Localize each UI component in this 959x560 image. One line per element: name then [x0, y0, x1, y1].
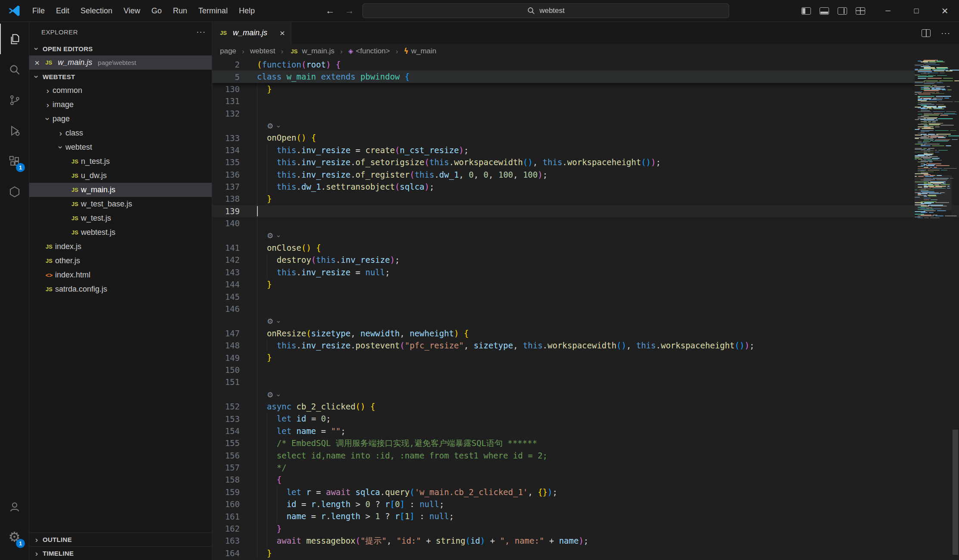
line-number[interactable]: 149: [212, 353, 257, 363]
forward-icon[interactable]: →: [343, 6, 356, 16]
menu-selection[interactable]: Selection: [75, 3, 118, 18]
menu-help[interactable]: Help: [233, 3, 260, 18]
code-line[interactable]: 138 }: [212, 193, 959, 205]
line-number[interactable]: 139: [212, 206, 257, 216]
toggle-secondary-sidebar-icon[interactable]: [838, 7, 847, 15]
code-line[interactable]: 159 let r = await sqlca.query('w_main.cb…: [212, 486, 959, 498]
breadcrumb-item[interactable]: ϟw_main: [404, 47, 436, 55]
line-number[interactable]: 157: [212, 463, 257, 472]
line-number[interactable]: 156: [212, 451, 257, 460]
back-icon[interactable]: ←: [324, 6, 336, 16]
line-number[interactable]: 133: [212, 133, 257, 143]
code-line[interactable]: 151: [212, 376, 959, 388]
vertical-scrollbar[interactable]: [952, 58, 959, 560]
code-line[interactable]: 152 async cb_2_clicked() {: [212, 400, 959, 412]
code-line[interactable]: 163 await messagebox("提示", "id:" + strin…: [212, 535, 959, 547]
tree-item-n-test-js[interactable]: JSn_test.js: [29, 154, 212, 169]
chevron-down-icon[interactable]: ›: [272, 393, 284, 397]
menu-file[interactable]: File: [27, 3, 50, 18]
split-editor-icon[interactable]: [922, 29, 931, 37]
tab-w-main-js[interactable]: JS w_main.js ×: [212, 22, 291, 44]
code-line[interactable]: 162 }: [212, 523, 959, 535]
code-decoration-row[interactable]: ⚙›: [212, 120, 959, 132]
vscode-logo-icon[interactable]: [8, 4, 21, 17]
code-line[interactable]: 142 destroy(this.inv_resize);: [212, 254, 959, 266]
run-debug-icon[interactable]: [0, 115, 29, 146]
line-number[interactable]: 138: [212, 194, 257, 203]
line-number[interactable]: 162: [212, 524, 257, 533]
menu-terminal[interactable]: Terminal: [193, 3, 233, 18]
toggle-panel-icon[interactable]: [820, 7, 829, 15]
code-line[interactable]: 144 }: [212, 278, 959, 290]
custom-extension-icon[interactable]: [0, 176, 29, 207]
breadcrumb-item[interactable]: page: [220, 47, 236, 55]
menu-view[interactable]: View: [118, 3, 146, 18]
code-line[interactable]: 161 name = r.length > 1 ? r[1] : null;: [212, 510, 959, 522]
code-line[interactable]: 5class w_main extends pbwindow {: [212, 71, 915, 83]
line-number[interactable]: 152: [212, 402, 257, 411]
outline-header[interactable]: › OUTLINE: [29, 532, 212, 546]
search-view-icon[interactable]: [0, 54, 29, 85]
code-line[interactable]: 158 {: [212, 474, 959, 486]
more-actions-icon[interactable]: ···: [196, 27, 206, 37]
tree-item-webtest-js[interactable]: JSwebtest.js: [29, 225, 212, 240]
editor-content[interactable]: 2(function(root) {5class w_main extends …: [212, 58, 959, 560]
chevron-down-icon[interactable]: ›: [272, 320, 284, 324]
line-number[interactable]: 131: [212, 96, 257, 106]
menu-edit[interactable]: Edit: [50, 3, 75, 18]
tree-item-page[interactable]: ›page: [29, 112, 212, 126]
tree-item-other-js[interactable]: JSother.js: [29, 254, 212, 268]
line-number[interactable]: 141: [212, 243, 257, 252]
line-number[interactable]: 144: [212, 280, 257, 289]
code-line[interactable]: 130 }: [212, 83, 959, 95]
code-line[interactable]: 147 onResize(sizetype, newwidth, newheig…: [212, 327, 959, 339]
line-number[interactable]: 136: [212, 170, 257, 179]
maximize-button[interactable]: □: [902, 0, 931, 22]
explorer-view-icon[interactable]: [0, 24, 29, 54]
code-line[interactable]: 137 this.dw_1.settransobject(sqlca);: [212, 181, 959, 193]
line-number[interactable]: 143: [212, 268, 257, 277]
customize-layout-icon[interactable]: [856, 7, 865, 15]
tree-item-u-dw-js[interactable]: JSu_dw.js: [29, 169, 212, 183]
line-number[interactable]: 146: [212, 304, 257, 314]
line-number[interactable]: 147: [212, 329, 257, 338]
open-editors-header[interactable]: › OPEN EDITORS: [29, 42, 212, 55]
line-number[interactable]: 130: [212, 84, 257, 94]
code-line[interactable]: 136 this.inv_resize.of_register(this.dw_…: [212, 169, 959, 181]
code-line[interactable]: 139: [212, 205, 959, 217]
menu-go[interactable]: Go: [146, 3, 167, 18]
code-line[interactable]: 135 this.inv_resize.of_setorigsize(this.…: [212, 156, 959, 168]
breadcrumb-item[interactable]: ◈<function>: [348, 47, 390, 55]
code-line[interactable]: 149 }: [212, 351, 959, 363]
tree-item-index-html[interactable]: <>index.html: [29, 268, 212, 282]
code-line[interactable]: 155 /* EmbedSQL 调用服务端接口实现,避免客户端暴露SQL语句 *…: [212, 437, 959, 449]
tree-item-index-js[interactable]: JSindex.js: [29, 240, 212, 254]
tree-item-w-test-js[interactable]: JSw_test.js: [29, 211, 212, 225]
tree-item-image[interactable]: ›image: [29, 98, 212, 112]
tree-item-class[interactable]: ›class: [29, 126, 212, 140]
line-number[interactable]: 158: [212, 475, 257, 484]
line-number[interactable]: 159: [212, 487, 257, 497]
breadcrumb-item[interactable]: webtest: [250, 47, 275, 55]
line-number[interactable]: 150: [212, 365, 257, 375]
code-line[interactable]: 160 id = r.length > 0 ? r[0] : null;: [212, 498, 959, 510]
tree-item-w-main-js[interactable]: JSw_main.js: [29, 183, 212, 197]
command-center-search[interactable]: webtest: [362, 3, 729, 18]
accounts-icon[interactable]: [0, 491, 29, 522]
code-decoration-row[interactable]: ⚙›: [212, 229, 959, 241]
code-line[interactable]: 154 let name = "";: [212, 425, 959, 437]
line-number[interactable]: 137: [212, 182, 257, 191]
code-line[interactable]: 133 onOpen() {: [212, 132, 959, 144]
workspace-folder-header[interactable]: › WEBTEST: [29, 70, 212, 83]
line-number[interactable]: 151: [212, 377, 257, 387]
line-number[interactable]: 161: [212, 512, 257, 521]
code-lines[interactable]: 130 }131132 ⚙›133 onOpen() {134 this.inv…: [212, 83, 959, 559]
source-control-icon[interactable]: [0, 85, 29, 115]
code-line[interactable]: 146: [212, 303, 959, 315]
sticky-scroll[interactable]: 2(function(root) {5class w_main extends …: [212, 58, 915, 83]
code-decoration-row[interactable]: ⚙›: [212, 388, 959, 400]
line-number[interactable]: 142: [212, 255, 257, 265]
code-line[interactable]: 131: [212, 95, 959, 107]
line-number[interactable]: 135: [212, 157, 257, 167]
settings-gear-icon[interactable]: ⚙ 1: [0, 522, 29, 552]
